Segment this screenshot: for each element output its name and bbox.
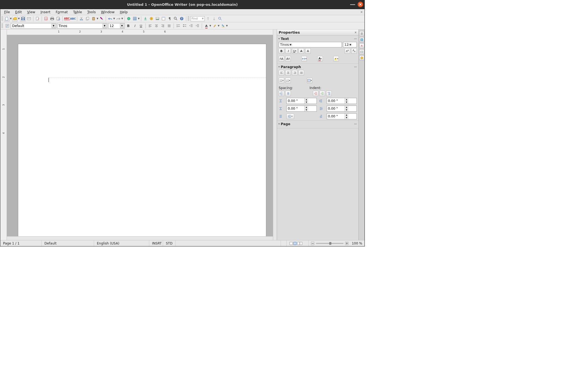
help-button[interactable]: ? <box>179 16 185 22</box>
sidebar-align-justify-button[interactable] <box>299 70 304 76</box>
align-center-button[interactable] <box>154 23 159 29</box>
find-toolbar-input[interactable]: Find▼ <box>190 16 205 21</box>
sidebar-tab-styles[interactable] <box>359 43 364 48</box>
open-dropdown[interactable]: ▼ <box>18 17 20 20</box>
format-toolbar-grip[interactable] <box>1 23 3 28</box>
status-selection-mode[interactable]: STD <box>163 240 175 246</box>
decrease-indent-button[interactable] <box>188 23 194 29</box>
sidebar-spacing-button[interactable]: ▾ <box>301 56 307 61</box>
sidebar-bullets-button[interactable]: ▾ <box>279 78 284 83</box>
print-button[interactable] <box>49 16 55 22</box>
increase-indent-button[interactable] <box>195 23 200 29</box>
status-language[interactable]: English (USA) <box>94 240 149 246</box>
font-color-button[interactable]: A <box>204 23 209 29</box>
open-button[interactable] <box>12 16 18 22</box>
align-right-button[interactable] <box>160 23 166 29</box>
increase-indent-sidebar-button[interactable] <box>313 91 318 96</box>
menu-format[interactable]: Format <box>54 9 70 15</box>
find-next-button[interactable] <box>211 16 217 22</box>
increase-spacing-button[interactable] <box>279 91 284 96</box>
zoom-out-button[interactable]: − <box>311 242 314 245</box>
bold-button[interactable]: B <box>126 23 131 29</box>
hanging-indent-button[interactable] <box>326 91 332 96</box>
sidebar-tab-gallery[interactable] <box>359 49 364 54</box>
redo-button[interactable] <box>116 16 121 22</box>
styles-window-button[interactable] <box>4 23 10 29</box>
align-justify-button[interactable] <box>166 23 172 29</box>
vertical-ruler[interactable]: 1 2 3 4 <box>0 29 7 240</box>
paste-button[interactable] <box>91 16 96 22</box>
save-button[interactable] <box>20 16 26 22</box>
spellcheck-button[interactable]: ABC <box>64 16 70 22</box>
format-paintbrush-button[interactable] <box>99 16 104 22</box>
menu-file[interactable]: File <box>2 9 12 15</box>
horizontal-ruler[interactable]: 1 2 3 4 5 6 <box>7 29 273 35</box>
right-indent-spin[interactable]: ▲▼ <box>327 106 357 112</box>
bullet-list-button[interactable] <box>182 23 187 29</box>
sidebar-fontsize-combo[interactable]: 12▼ <box>343 42 357 47</box>
zoom-button[interactable] <box>173 16 179 22</box>
menu-window[interactable]: Window <box>99 9 117 15</box>
page-section-toggle[interactable]: Page⋯ <box>279 122 357 126</box>
sidebar-font-combo[interactable]: Tinos▼ <box>279 42 342 47</box>
sidebar-shadow-button[interactable]: A <box>305 48 311 54</box>
zoom-in-button[interactable]: + <box>345 242 348 245</box>
undo-dropdown[interactable]: ▼ <box>113 17 115 20</box>
above-spacing-spin[interactable]: ▲▼ <box>286 98 317 104</box>
find-prev-button[interactable] <box>205 16 211 22</box>
sidebar-tab-properties[interactable] <box>359 37 364 42</box>
status-page[interactable]: Page 1 / 1 <box>0 240 42 246</box>
sidebar-superscript-button[interactable]: AA <box>345 48 350 54</box>
document-area[interactable] <box>7 35 273 236</box>
paragraph-section-more-icon[interactable]: ⋯ <box>354 65 357 68</box>
copy-button[interactable] <box>85 16 90 22</box>
window-close-button[interactable] <box>358 2 363 7</box>
below-spacing-spin[interactable]: ▲▼ <box>286 106 317 112</box>
sidebar-fontcolor-button[interactable]: A▾ <box>317 56 323 61</box>
status-insert-mode[interactable]: INSRT <box>149 240 163 246</box>
page-preview-button[interactable] <box>55 16 61 22</box>
sidebar-close-icon[interactable]: × <box>355 31 357 34</box>
highlight-dropdown[interactable]: ▼ <box>218 25 219 27</box>
sidebar-decrease-font-button[interactable]: AA <box>285 56 291 61</box>
export-pdf-button[interactable]: PDF <box>43 16 49 22</box>
highlight-button[interactable] <box>212 23 217 29</box>
sidebar-align-center-button[interactable] <box>285 70 291 76</box>
email-button[interactable] <box>26 16 32 22</box>
decrease-indent-sidebar-button[interactable] <box>320 91 325 96</box>
edit-file-button[interactable] <box>35 16 40 22</box>
menu-view[interactable]: View <box>25 9 38 15</box>
hyperlink-button[interactable] <box>126 16 132 22</box>
decrease-spacing-button[interactable] <box>285 91 291 96</box>
sidebar-tab-menu[interactable] <box>359 31 364 36</box>
sidebar-strikethrough-button[interactable]: A <box>299 48 304 54</box>
sidebar-italic-button[interactable]: I <box>285 48 291 54</box>
new-document-button[interactable] <box>4 16 10 22</box>
autospellcheck-button[interactable]: ABC <box>70 16 76 22</box>
page-section-more-icon[interactable]: ⋯ <box>354 122 357 125</box>
font-color-dropdown[interactable]: ▼ <box>209 25 211 27</box>
background-color-dropdown[interactable]: ▼ <box>226 25 228 27</box>
numbered-list-button[interactable]: 12 <box>175 23 181 29</box>
sidebar-increase-font-button[interactable]: AA <box>279 56 284 61</box>
left-indent-spin[interactable]: ▲▼ <box>327 98 357 104</box>
paste-dropdown[interactable]: ▼ <box>97 17 98 20</box>
status-signature[interactable] <box>281 240 287 246</box>
sidebar-bold-button[interactable]: B <box>279 48 284 54</box>
status-view-layout[interactable] <box>287 240 309 246</box>
vertical-scrollbar[interactable] <box>273 29 277 240</box>
undo-button[interactable] <box>107 16 113 22</box>
italic-button[interactable]: I <box>132 23 137 29</box>
data-sources-button[interactable] <box>161 16 166 22</box>
menu-tools[interactable]: Tools <box>85 9 98 15</box>
nonprinting-chars-button[interactable]: ¶ <box>167 16 172 22</box>
page[interactable] <box>18 44 266 236</box>
background-color-button[interactable] <box>220 23 226 29</box>
underline-button[interactable]: U <box>138 23 144 29</box>
menu-edit[interactable]: Edit <box>13 9 24 15</box>
gallery-button[interactable] <box>155 16 160 22</box>
sidebar-numbering-button[interactable]: 12▾ <box>285 78 291 83</box>
font-name-combo[interactable]: Tinos▼ <box>57 23 107 29</box>
sidebar-underline-button[interactable]: U▾ <box>292 48 297 54</box>
window-minimize-button[interactable]: ― <box>350 2 355 7</box>
